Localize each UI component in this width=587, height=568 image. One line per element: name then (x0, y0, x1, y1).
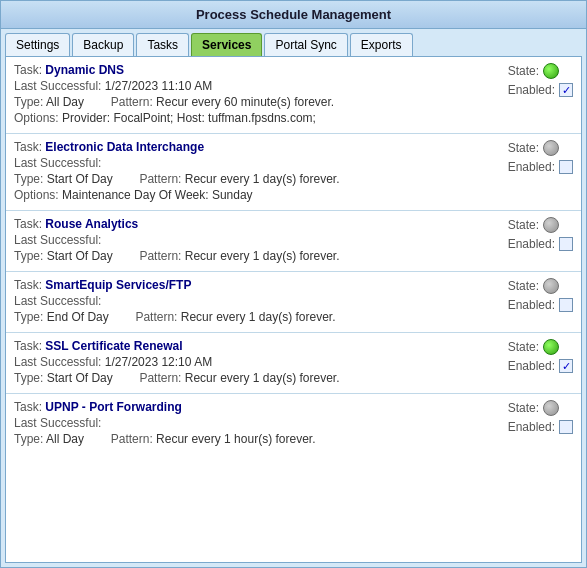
state-column: State:Enabled: (508, 339, 573, 373)
state-row: State: (508, 278, 559, 294)
enabled-row: Enabled: (508, 420, 573, 434)
state-label: State: (508, 218, 539, 232)
task-name: Dynamic DNS (45, 63, 124, 77)
enabled-label: Enabled: (508, 298, 555, 312)
state-gray-icon (543, 140, 559, 156)
tab-tasks[interactable]: Tasks (136, 33, 189, 56)
state-label: State: (508, 141, 539, 155)
enabled-checkbox[interactable] (559, 359, 573, 373)
options-label: Options: (14, 111, 59, 125)
type-value: Start Of Day (47, 249, 113, 263)
options-value: Provider: FocalPoint; Host: tuffman.fpsd… (62, 111, 316, 125)
state-row: State: (508, 339, 559, 355)
last-successful-label: Last Successful: (14, 294, 101, 308)
tab-backup[interactable]: Backup (72, 33, 134, 56)
state-row: State: (508, 63, 559, 79)
task-row: Task: Dynamic DNS (14, 63, 573, 77)
type-value: All Day (46, 95, 84, 109)
task-label: Task: (14, 217, 45, 231)
type-label: Type: (14, 432, 43, 446)
state-column: State:Enabled: (508, 278, 573, 312)
state-column: State:Enabled: (508, 140, 573, 174)
last-successful-row: Last Successful: (14, 156, 573, 170)
task-row: Task: Rouse Analytics (14, 217, 573, 231)
title-bar: Process Schedule Management (1, 1, 586, 29)
type-pattern-row: Type: All Day Pattern: Recur every 1 hou… (14, 432, 573, 446)
enabled-label: Enabled: (508, 359, 555, 373)
options-row: Options: Provider: FocalPoint; Host: tuf… (14, 111, 573, 125)
state-label: State: (508, 340, 539, 354)
content-area[interactable]: Task: Dynamic DNSState:Enabled:Last Succ… (5, 56, 582, 563)
pattern-value: Recur every 1 day(s) forever. (185, 371, 340, 385)
enabled-row: Enabled: (508, 160, 573, 174)
task-row: Task: UPNP - Port Forwarding (14, 400, 573, 414)
state-column: State:Enabled: (508, 63, 573, 97)
state-gray-icon (543, 217, 559, 233)
state-column: State:Enabled: (508, 400, 573, 434)
last-successful-row: Last Successful: (14, 233, 573, 247)
enabled-checkbox[interactable] (559, 83, 573, 97)
service-card: Task: SmartEquip Services/FTPState:Enabl… (6, 272, 581, 333)
task-label: Task: (14, 140, 45, 154)
enabled-checkbox[interactable] (559, 420, 573, 434)
task-label: Task: (14, 400, 45, 414)
tab-settings[interactable]: Settings (5, 33, 70, 56)
task-name: Rouse Analytics (45, 217, 138, 231)
last-successful-label: Last Successful: (14, 416, 101, 430)
enabled-checkbox[interactable] (559, 237, 573, 251)
type-value: All Day (46, 432, 84, 446)
service-card: Task: Dynamic DNSState:Enabled:Last Succ… (6, 57, 581, 134)
enabled-label: Enabled: (508, 420, 555, 434)
enabled-checkbox[interactable] (559, 298, 573, 312)
last-successful-value: 1/27/2023 11:10 AM (105, 79, 212, 93)
task-name: Electronic Data Interchange (45, 140, 204, 154)
pattern-value: Recur every 60 minute(s) forever. (156, 95, 334, 109)
type-value: Start Of Day (47, 371, 113, 385)
pattern-label: Pattern: (139, 371, 181, 385)
state-green-icon (543, 63, 559, 79)
state-row: State: (508, 217, 559, 233)
last-successful-row: Last Successful: 1/27/2023 11:10 AM (14, 79, 573, 93)
tab-portal-sync[interactable]: Portal Sync (264, 33, 347, 56)
state-label: State: (508, 401, 539, 415)
type-pattern-row: Type: End Of Day Pattern: Recur every 1 … (14, 310, 573, 324)
pattern-label: Pattern: (135, 310, 177, 324)
last-successful-label: Last Successful: (14, 156, 101, 170)
last-successful-row: Last Successful: (14, 294, 573, 308)
service-card: Task: Rouse AnalyticsState:Enabled:Last … (6, 211, 581, 272)
type-label: Type: (14, 172, 43, 186)
type-value: Start Of Day (47, 172, 113, 186)
pattern-label: Pattern: (139, 172, 181, 186)
task-name: SSL Certificate Renewal (45, 339, 182, 353)
last-successful-row: Last Successful: 1/27/2023 12:10 AM (14, 355, 573, 369)
task-label: Task: (14, 339, 45, 353)
type-label: Type: (14, 249, 43, 263)
state-green-icon (543, 339, 559, 355)
task-name: UPNP - Port Forwarding (45, 400, 181, 414)
type-label: Type: (14, 310, 43, 324)
pattern-label: Pattern: (111, 95, 153, 109)
task-label: Task: (14, 278, 45, 292)
task-row: Task: SmartEquip Services/FTP (14, 278, 573, 292)
last-successful-value: 1/27/2023 12:10 AM (105, 355, 212, 369)
tab-services[interactable]: Services (191, 33, 262, 56)
state-column: State:Enabled: (508, 217, 573, 251)
tab-exports[interactable]: Exports (350, 33, 413, 56)
task-name: SmartEquip Services/FTP (45, 278, 191, 292)
state-row: State: (508, 400, 559, 416)
window-title: Process Schedule Management (196, 7, 391, 22)
last-successful-label: Last Successful: (14, 355, 101, 369)
enabled-label: Enabled: (508, 160, 555, 174)
type-value: End Of Day (47, 310, 109, 324)
options-value: Maintenance Day Of Week: Sunday (62, 188, 253, 202)
options-row: Options: Maintenance Day Of Week: Sunday (14, 188, 573, 202)
enabled-row: Enabled: (508, 237, 573, 251)
state-row: State: (508, 140, 559, 156)
type-pattern-row: Type: Start Of Day Pattern: Recur every … (14, 371, 573, 385)
enabled-row: Enabled: (508, 359, 573, 373)
service-card: Task: UPNP - Port ForwardingState:Enable… (6, 394, 581, 454)
state-label: State: (508, 64, 539, 78)
task-label: Task: (14, 63, 45, 77)
enabled-checkbox[interactable] (559, 160, 573, 174)
pattern-value: Recur every 1 day(s) forever. (185, 249, 340, 263)
